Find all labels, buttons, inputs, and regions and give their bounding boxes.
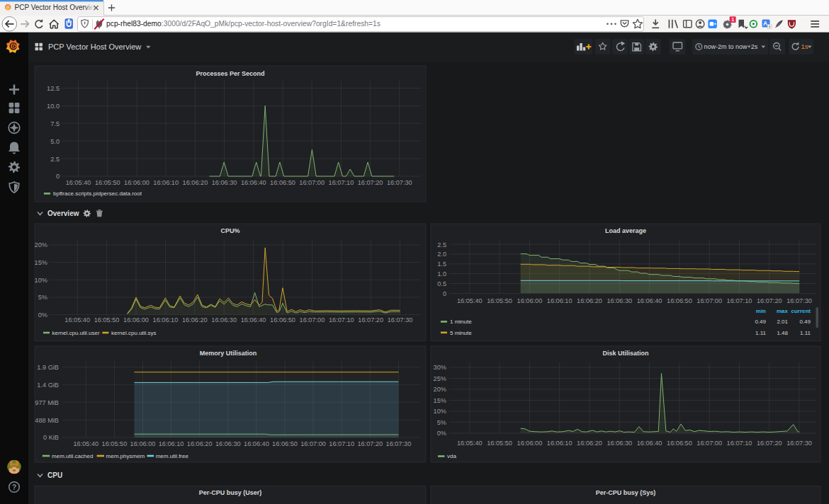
- svg-text:Overview: Overview: [47, 210, 79, 217]
- svg-text:0%: 0%: [437, 430, 446, 437]
- svg-text:1.5: 1.5: [437, 260, 446, 268]
- svg-text:2.5: 2.5: [50, 156, 60, 163]
- svg-text:1: 1: [731, 17, 734, 22]
- svg-text:16:07:20: 16:07:20: [358, 316, 383, 323]
- svg-text:vda: vda: [447, 453, 456, 459]
- svg-text:16:07:20: 16:07:20: [757, 440, 782, 447]
- svg-text:16:06:50: 16:06:50: [667, 440, 692, 447]
- svg-text:a: a: [769, 25, 771, 28]
- svg-text:2.5: 2.5: [437, 241, 446, 248]
- svg-text:16:07:00: 16:07:00: [300, 316, 325, 323]
- svg-text:16:05:40: 16:05:40: [64, 316, 90, 323]
- svg-text:10%: 10%: [35, 277, 47, 284]
- svg-text:16:06:40: 16:06:40: [637, 297, 662, 304]
- svg-text:0: 0: [56, 173, 60, 180]
- svg-text:16:06:00: 16:06:00: [124, 179, 150, 186]
- svg-text:0: 0: [443, 290, 446, 297]
- svg-text:now-2m to now+2s: now-2m to now+2s: [704, 43, 758, 50]
- svg-text:16:07:30: 16:07:30: [786, 297, 812, 304]
- svg-text:16:07:10: 16:07:10: [329, 179, 354, 186]
- svg-text:1 minute: 1 minute: [450, 319, 472, 325]
- svg-text:mem.util.free: mem.util.free: [156, 453, 189, 459]
- svg-text:kernel.cpu.util.user: kernel.cpu.util.user: [52, 330, 100, 336]
- svg-text:16:06:40: 16:06:40: [637, 440, 662, 447]
- svg-text:0.49: 0.49: [755, 319, 766, 325]
- svg-text:16:06:30: 16:06:30: [211, 316, 237, 323]
- svg-text:15%: 15%: [434, 397, 446, 404]
- svg-text:16:05:50: 16:05:50: [487, 297, 512, 304]
- svg-text:16:05:40: 16:05:40: [66, 179, 91, 186]
- svg-text:16:07:30: 16:07:30: [388, 316, 413, 323]
- svg-text:2.01: 2.01: [777, 319, 788, 325]
- svg-text:16:07:10: 16:07:10: [329, 440, 354, 447]
- svg-text:16:05:50: 16:05:50: [95, 179, 120, 186]
- svg-text:1.11: 1.11: [800, 330, 811, 336]
- svg-text:5%: 5%: [38, 294, 47, 301]
- svg-text:mem.util.cached: mem.util.cached: [52, 453, 93, 459]
- svg-text:PCP Vector Host Overview: PCP Vector Host Overview: [48, 42, 141, 51]
- svg-text:16:06:50: 16:06:50: [270, 179, 295, 186]
- svg-text:30%: 30%: [434, 364, 446, 371]
- svg-text:bpftrace.scripts.pidpersec.dat: bpftrace.scripts.pidpersec.data.root: [53, 190, 142, 197]
- svg-text:0.49: 0.49: [799, 319, 811, 325]
- svg-text:5 minute: 5 minute: [450, 330, 472, 336]
- svg-text:16:06:20: 16:06:20: [187, 440, 213, 447]
- svg-text:1.0: 1.0: [437, 270, 446, 277]
- svg-text:16:05:50: 16:05:50: [94, 316, 120, 323]
- svg-text:16:06:00: 16:06:00: [130, 440, 156, 447]
- svg-text:5%: 5%: [437, 419, 446, 426]
- svg-text:16:06:10: 16:06:10: [153, 316, 179, 323]
- svg-text:12.5: 12.5: [47, 85, 60, 92]
- svg-text:16:06:20: 16:06:20: [183, 179, 208, 186]
- svg-text:1.4 GiB: 1.4 GiB: [37, 382, 59, 389]
- svg-text:16:06:20: 16:06:20: [182, 316, 208, 323]
- svg-text:16:05:40: 16:05:40: [457, 440, 483, 447]
- svg-text:15%: 15%: [35, 259, 47, 266]
- svg-text:16:06:10: 16:06:10: [153, 179, 179, 186]
- svg-text:16:06:00: 16:06:00: [123, 316, 149, 323]
- svg-text:16:06:20: 16:06:20: [577, 440, 602, 447]
- svg-text:max: max: [777, 308, 789, 314]
- svg-text:16:07:00: 16:07:00: [697, 297, 722, 304]
- svg-text:16:06:00: 16:06:00: [517, 440, 543, 447]
- svg-text:16:06:40: 16:06:40: [241, 316, 266, 323]
- svg-text:16:06:50: 16:06:50: [667, 297, 692, 304]
- svg-text:2.0: 2.0: [437, 251, 446, 258]
- svg-text:977 MiB: 977 MiB: [35, 399, 59, 406]
- svg-text:Processes Per Second: Processes Per Second: [196, 70, 264, 77]
- svg-text:16:06:10: 16:06:10: [547, 297, 573, 304]
- svg-text:min: min: [756, 308, 766, 314]
- svg-text:pcp-rhel83-demo:3000/d/2FAqO_p: pcp-rhel83-demo:3000/d/2FAqO_pMk/pcp-vec…: [106, 20, 380, 28]
- svg-text:488 MiB: 488 MiB: [35, 417, 59, 424]
- svg-text:16:06:30: 16:06:30: [607, 297, 632, 304]
- svg-text:A: A: [763, 20, 767, 27]
- svg-text:16:06:10: 16:06:10: [547, 440, 573, 447]
- svg-text:1.48: 1.48: [777, 330, 788, 336]
- svg-text:0 KiB: 0 KiB: [43, 434, 59, 441]
- svg-text:mem.physmem: mem.physmem: [106, 453, 145, 459]
- svg-text:16:07:20: 16:07:20: [358, 179, 383, 186]
- svg-text:16:06:40: 16:06:40: [241, 179, 266, 186]
- svg-text:16:07:00: 16:07:00: [300, 440, 326, 447]
- svg-text:?: ?: [12, 483, 16, 491]
- svg-text:16:06:50: 16:06:50: [270, 316, 295, 323]
- svg-text:16:07:30: 16:07:30: [387, 179, 412, 186]
- svg-text:Memory Utilisation: Memory Utilisation: [200, 350, 257, 357]
- svg-text:10.0: 10.0: [47, 103, 60, 110]
- svg-text:16:06:00: 16:06:00: [517, 297, 543, 304]
- svg-text:Disk Utilisation: Disk Utilisation: [602, 350, 648, 357]
- svg-text:5.0: 5.0: [50, 138, 60, 145]
- svg-text:16:07:10: 16:07:10: [727, 297, 752, 304]
- svg-text:16:05:50: 16:05:50: [102, 440, 128, 447]
- svg-text:kernel.cpu.util.sys: kernel.cpu.util.sys: [111, 330, 157, 336]
- svg-text:16:07:20: 16:07:20: [757, 297, 782, 304]
- svg-text:current: current: [791, 308, 811, 314]
- svg-text:Per-CPU busy (User): Per-CPU busy (User): [199, 489, 262, 496]
- svg-text:25%: 25%: [434, 375, 446, 382]
- svg-text:16:06:30: 16:06:30: [607, 440, 632, 447]
- svg-text:1.9 GiB: 1.9 GiB: [37, 364, 59, 371]
- svg-text:0.5: 0.5: [437, 280, 446, 287]
- svg-text:7.5: 7.5: [50, 120, 60, 127]
- svg-text:1s: 1s: [801, 42, 808, 50]
- svg-text:20%: 20%: [35, 241, 47, 248]
